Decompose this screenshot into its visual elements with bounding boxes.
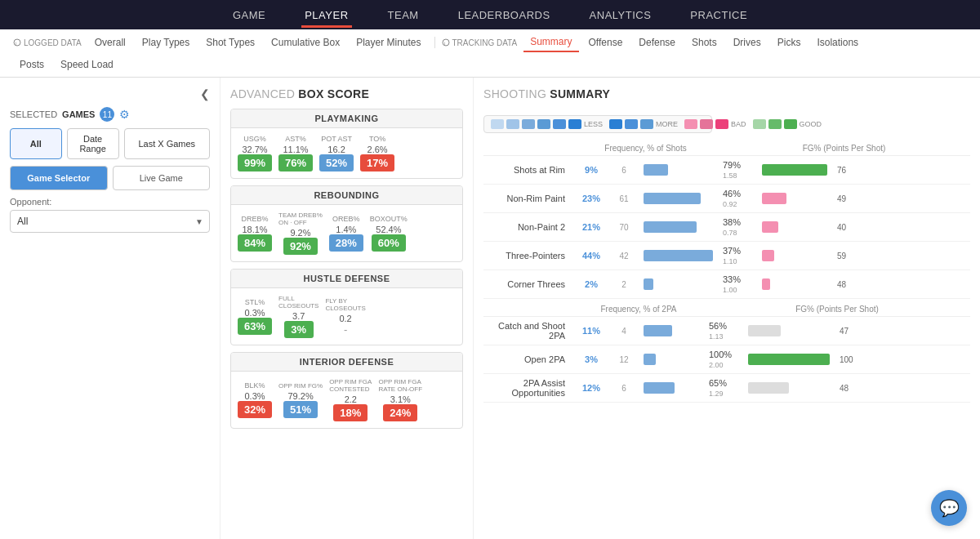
fg-num-cell: 48 [832,270,970,299]
tab-picks[interactable]: Picks [771,33,808,51]
row-label-cell: Three-Pointers [483,242,573,270]
tab-speed-load[interactable]: Speed Load [54,56,120,74]
usg-stat: USG% 32.7% 99% [238,135,272,172]
legend-good-box-2 [768,119,782,129]
fg-num-cell: 59 [832,242,970,270]
nav-practice[interactable]: PRACTICE [687,2,751,28]
legend-less-box-1 [491,119,504,129]
box-score-title: ADVANCED BOX SCORE [230,87,463,100]
fg-bar-cell [757,156,832,185]
table-row: Three-Pointers44%4237%1.1059 [483,242,970,270]
legend-good-box-1 [753,119,766,129]
freq-shots-header: Frequency, % of Shots [573,141,718,156]
legend-more-box-2 [625,119,638,129]
fg-bar [762,221,778,233]
advanced-box-score: ADVANCED BOX SCORE PLAYMAKING USG% 32.7%… [220,78,474,539]
filter-all-button[interactable]: All [10,128,62,159]
game-selector-button[interactable]: Game Selector [10,166,108,190]
freq-bar [644,250,713,261]
tab-summary[interactable]: Summary [523,33,578,52]
tab-drives[interactable]: Drives [727,33,768,51]
nav-team[interactable]: TEAM [385,2,422,28]
freq-bar [644,354,656,365]
row-label-cell: Shots at Rim [483,156,573,185]
freq-bar-cell [639,317,704,345]
freq-num-cell: 2 [609,270,639,299]
tab-play-types[interactable]: Play Types [136,33,196,51]
fg-num-cell: 40 [832,213,970,242]
tab-cumulative-box[interactable]: Cumulative Box [265,33,346,51]
main-content: ❮ SELECTED GAMES 11 ⚙ All Date Range Las… [0,78,980,539]
freq-bar [644,193,701,204]
table-row: Non-Rim Paint23%6146%0.9249 [483,185,970,213]
svg-text:i: i [444,41,445,46]
playmaking-header: PLAYMAKING [231,109,462,128]
tab-shots[interactable]: Shots [685,33,724,51]
opponent-select-wrapper[interactable]: All [10,210,210,233]
tab-isolations[interactable]: Isolations [810,33,865,51]
table-row: 2PA Assist Opportunities12%665%1.2948 [483,374,970,403]
row-label-cell: Corner Threes [483,270,573,299]
freq-bar-cell [639,213,718,242]
rebounding-card: REBOUNDING DREB% 18.1% 84% TEAM DREB%ON … [230,185,463,262]
legend-bad-box-3 [715,119,728,129]
fg-bar-cell [743,317,835,345]
tab-player-minutes[interactable]: Player Minutes [350,33,427,51]
hustle-defense-body: STL% 0.3% 63% FULLCLOSEOUTS 3.7 3% FLY B… [231,288,462,345]
freq-bar-cell [639,185,718,213]
tab-offense[interactable]: Offense [582,33,630,51]
chat-button[interactable]: 💬 [931,490,967,526]
row-label-cell: Non-Paint 2 [483,213,573,242]
legend-less-box-6 [568,119,581,129]
fg-bar-cell [757,213,832,242]
fg-num-cell: 48 [835,374,970,403]
freq-bar-cell [639,345,704,374]
ast-stat: AST% 11.1% 76% [278,135,313,172]
row-label-cell: 2PA Assist Opportunities [483,374,573,403]
filter-date-range-button[interactable]: Date Range [67,128,119,159]
opponent-select[interactable]: All [10,210,210,233]
freq-bar-cell [639,374,704,403]
freq-bar-cell [639,270,718,299]
full-closeouts-stat: FULLCLOSEOUTS 3.7 3% [278,295,318,338]
tab-defense[interactable]: Defense [632,33,682,51]
filter-last-x-button[interactable]: Last X Games [124,128,211,159]
freq-bar [644,325,672,336]
nav-leaderboards[interactable]: LEADERBOARDS [455,2,554,28]
fg-bar [748,354,830,365]
rebounding-body: DREB% 18.1% 84% TEAM DREB%ON · OFF 9.2% … [231,205,462,261]
opp-rim-fga-contested-stat: OPP RIM FGACONTESTED 2.2 18% [329,378,372,421]
fg-header: FG% (Points Per Shot) [718,141,970,156]
pot-ast-stat: POT AST 16.2 52% [319,135,354,172]
rebounding-header: REBOUNDING [231,186,462,205]
fg-pct-cell: 38%0.78 [718,213,757,242]
nav-game[interactable]: GAME [229,2,269,28]
nav-player[interactable]: PLAYER [301,2,351,28]
nav-analytics[interactable]: ANALYTICS [586,2,655,28]
fly-by-closeouts-stat: FLY BYCLOSEOUTS 0.2 - [325,297,365,336]
live-game-button[interactable]: Live Game [113,166,211,190]
legend-less-box-5 [553,119,566,129]
blk-stat: BLK% 0.3% 32% [238,381,272,418]
freq-bar [644,164,668,176]
game-selector-row: Game Selector Live Game [10,166,210,190]
freq-pct-cell: 12% [573,374,609,403]
shooting-table-2pa: Frequency, % of 2PA FG% (Points Per Shot… [483,302,970,403]
hustle-defense-header: HUSTLE DEFENSE [231,270,462,288]
fg-2pa-header: FG% (Points Per Shot) [704,302,970,317]
fg-num-cell: 100 [835,345,970,374]
shooting-summary-panel: SHOOTING SUMMARY LESS MORE [474,78,980,539]
playmaking-body: USG% 32.7% 99% AST% 11.1% 76% POT AST 16… [231,128,462,178]
fg-num-cell: 49 [832,185,970,213]
freq-num-cell: 4 [609,317,639,345]
fg-bar [748,325,781,336]
tab-posts[interactable]: Posts [13,56,51,74]
tab-overall[interactable]: Overall [88,33,132,51]
hustle-defense-card: HUSTLE DEFENSE STL% 0.3% 63% FULLCLOSEOU… [230,269,463,345]
collapse-sidebar-button[interactable]: ❮ [200,87,210,100]
tab-shot-types[interactable]: Shot Types [199,33,261,51]
freq-pct-cell: 9% [573,156,609,185]
table-row: Corner Threes2%233%1.0048 [483,270,970,299]
settings-icon[interactable]: ⚙ [119,108,130,121]
legend-more-section: MORE [609,119,678,129]
